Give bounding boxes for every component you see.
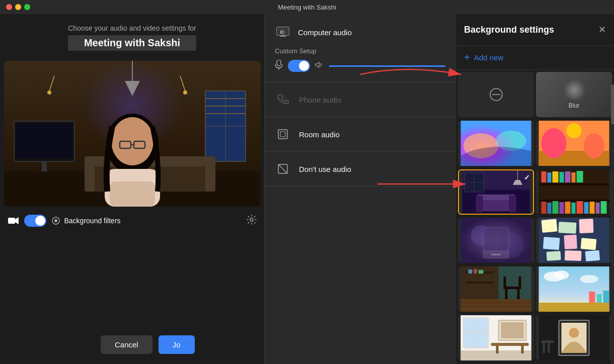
scrollbar-thumb	[611, 84, 614, 125]
camera-toggle[interactable]	[24, 215, 46, 227]
bg-desert-item[interactable]	[536, 121, 612, 166]
svg-rect-131	[491, 343, 529, 346]
bg-filters-label: Background filters	[64, 217, 121, 225]
svg-rect-3	[42, 161, 47, 171]
svg-rect-94	[558, 222, 576, 234]
bg-bookshelf-item[interactable]	[536, 169, 612, 215]
bg-purple-room-item[interactable]: ✓	[458, 169, 534, 215]
panel-title: Background settings	[464, 25, 554, 35]
mic-toggle-knob	[299, 61, 309, 71]
svg-point-53	[567, 123, 582, 138]
bottom-buttons: Cancel Jo	[101, 335, 195, 354]
bg-bookshelf-svg	[536, 169, 612, 215]
svg-rect-122	[589, 292, 595, 303]
svg-rect-133	[521, 346, 524, 353]
bg-sticky-svg	[536, 218, 612, 263]
svg-rect-66	[539, 184, 609, 186]
close-traffic-light[interactable]	[6, 4, 12, 10]
bg-sky-svg	[536, 266, 612, 312]
bg-interior-item[interactable]	[458, 266, 534, 312]
volume-slider[interactable]	[329, 65, 445, 67]
no-audio-option[interactable]: Don't use audio	[265, 152, 455, 187]
svg-rect-76	[590, 202, 595, 214]
meeting-info: Choose your audio and video settings for…	[68, 24, 196, 51]
bg-art-item[interactable]	[536, 315, 612, 360]
svg-rect-101	[585, 250, 600, 261]
bg-none-item[interactable]	[458, 72, 534, 117]
bg-colorful-item[interactable]	[458, 121, 534, 166]
room-svg	[4, 61, 261, 207]
svg-rect-75	[584, 202, 589, 214]
svg-rect-107	[466, 282, 494, 284]
room-audio-label: Room audio	[299, 130, 340, 139]
svg-point-51	[542, 128, 567, 158]
phone-audio-icon	[275, 92, 291, 108]
close-panel-button[interactable]: ✕	[598, 24, 606, 35]
bg-purple-room-svg	[459, 170, 533, 214]
no-audio-label: Don't use audio	[299, 165, 351, 173]
custom-setup-label: Custom Setup	[275, 47, 445, 55]
svg-rect-111	[499, 266, 531, 299]
speaker-icon	[315, 61, 324, 71]
cancel-button[interactable]: Cancel	[101, 335, 152, 354]
svg-rect-99	[547, 251, 561, 261]
bg-interior-svg	[458, 266, 534, 312]
svg-rect-70	[553, 201, 559, 214]
svg-rect-81	[553, 171, 559, 183]
svg-rect-67	[539, 200, 609, 202]
maximize-traffic-light[interactable]	[24, 4, 30, 10]
svg-rect-79	[542, 171, 547, 183]
bg-sky-item[interactable]	[536, 266, 612, 312]
control-left: Background filters	[8, 215, 121, 227]
svg-rect-124	[603, 291, 609, 303]
bg-desert-svg	[536, 121, 612, 166]
svg-rect-83	[565, 171, 571, 183]
svg-rect-85	[577, 171, 583, 183]
svg-point-139	[569, 328, 579, 338]
svg-rect-110	[479, 270, 484, 274]
bg-office-item[interactable]	[458, 315, 534, 360]
title-bar: Meeting with Sakshi	[0, 0, 614, 14]
minimize-traffic-light[interactable]	[15, 4, 21, 10]
svg-point-31	[250, 218, 253, 221]
window-title: Meeting with Sakshi	[278, 4, 336, 11]
svg-rect-68	[542, 202, 547, 214]
no-bg-icon	[488, 86, 504, 103]
svg-marker-5	[125, 81, 140, 96]
bg-art-svg	[536, 315, 612, 360]
background-filters-button[interactable]: Background filters	[51, 216, 121, 225]
video-controls: Background filters	[4, 215, 261, 227]
bg-blur-item[interactable]: Blur	[536, 72, 612, 117]
svg-rect-19	[205, 161, 215, 192]
svg-rect-74	[577, 201, 583, 214]
bg-colorful-svg	[458, 121, 534, 166]
svg-rect-96	[543, 237, 560, 250]
join-button[interactable]: Jo	[159, 335, 195, 354]
room-audio-option[interactable]: Room audio	[265, 117, 455, 152]
camera-icon	[8, 217, 19, 225]
svg-rect-108	[469, 269, 473, 274]
svg-rect-112	[504, 287, 521, 289]
add-new-button[interactable]: + Add new	[456, 46, 614, 70]
svg-rect-113	[505, 289, 508, 299]
bg-purple-texture-svg: Pantone	[458, 218, 534, 263]
mic-toggle[interactable]	[288, 60, 310, 72]
svg-rect-80	[548, 172, 552, 183]
settings-icon[interactable]	[247, 215, 257, 227]
computer-audio-header: Computer audio	[275, 24, 445, 40]
svg-rect-71	[560, 202, 564, 214]
svg-rect-115	[504, 277, 506, 289]
svg-line-8	[180, 76, 185, 91]
computer-audio-option[interactable]: Computer audio Custom Setup	[265, 14, 455, 82]
svg-rect-59	[509, 195, 516, 212]
bg-sticky-notes-item[interactable]	[536, 218, 612, 263]
svg-rect-36	[277, 60, 281, 66]
bg-purple-texture-item[interactable]: Pantone	[458, 218, 534, 263]
traffic-lights	[6, 4, 30, 10]
svg-rect-97	[564, 235, 577, 249]
svg-marker-28	[15, 217, 19, 224]
svg-rect-121	[539, 303, 609, 312]
svg-rect-132	[496, 346, 499, 353]
right-scrollbar[interactable]	[611, 84, 614, 364]
phone-audio-option[interactable]: Phone audio	[265, 82, 455, 117]
